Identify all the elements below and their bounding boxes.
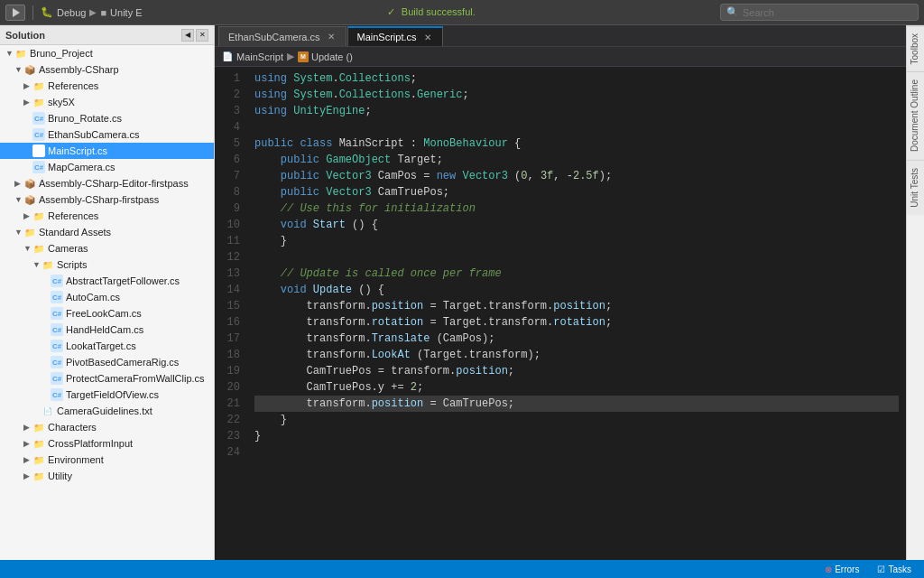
- line-numbers: 123456789101112131415161718192021222324: [215, 67, 247, 560]
- tab-close-button[interactable]: ✕: [422, 32, 433, 42]
- tree-item-utility[interactable]: 📁Utility: [0, 468, 214, 484]
- debug-label: Debug: [57, 7, 86, 18]
- tree-item-standard_assets[interactable]: 📁Standard Assets: [0, 224, 214, 240]
- breadcrumb-arrow: ▶: [89, 7, 97, 17]
- tree-expand-icon: [23, 423, 32, 432]
- errors-button[interactable]: ⊗ Errors: [819, 560, 864, 578]
- tab-close-button[interactable]: ✕: [326, 32, 337, 42]
- tab-bar: EthanSubCamera.cs✕MainScript.cs✕: [215, 25, 906, 47]
- cs-icon: C#: [51, 388, 63, 401]
- build-status: ✓ Build successful.: [148, 6, 715, 18]
- folder-icon: 📁: [32, 421, 45, 434]
- cs-icon: C#: [51, 340, 63, 352]
- assembly-icon: 📦: [23, 63, 36, 76]
- item-label: MapCamera.cs: [48, 162, 116, 172]
- item-label: Characters: [48, 422, 97, 433]
- tree-item-sky5x[interactable]: 📁sky5X: [0, 94, 214, 110]
- tree-item-scripts[interactable]: 📁Scripts: [0, 256, 214, 273]
- code-line-22: }: [254, 412, 899, 428]
- tree-item-map_camera[interactable]: C#MapCamera.cs: [0, 159, 214, 175]
- collapse-button[interactable]: ◀: [181, 29, 194, 42]
- tree-item-protect[interactable]: C#ProtectCameraFromWallClip.cs: [0, 370, 214, 387]
- item-label: AutoCam.cs: [66, 292, 120, 303]
- item-label: FreeLookCam.cs: [66, 308, 142, 319]
- right-tab-unit-tests[interactable]: Unit Tests: [907, 160, 924, 215]
- tree-item-ethan_sub[interactable]: C#EthanSubCamera.cs: [0, 126, 214, 143]
- item-label: CrossPlatformInput: [48, 438, 133, 449]
- tree-item-references2[interactable]: 📁References: [0, 208, 214, 224]
- line-number-13: 13: [215, 266, 240, 282]
- tab-main[interactable]: MainScript.cs✕: [347, 26, 443, 46]
- tree-expand-icon: [23, 439, 32, 448]
- code-line-2: using System.Collections.Generic;: [254, 87, 899, 103]
- code-line-12: [254, 249, 899, 266]
- code-line-4: [254, 119, 899, 135]
- tab-ethan[interactable]: EthanSubCamera.cs✕: [218, 26, 346, 46]
- tree-item-pivot[interactable]: C#PivotBasedCameraRig.cs: [0, 354, 214, 370]
- tree-item-bruno_project[interactable]: 📁Bruno_Project: [0, 45, 214, 61]
- errors-label: Errors: [835, 564, 859, 574]
- tree-expand-icon: [23, 211, 32, 220]
- tree-item-cameras[interactable]: 📁Cameras: [0, 240, 214, 256]
- search-bar[interactable]: 🔍: [720, 4, 919, 21]
- right-tab-document-outline[interactable]: Document Outline: [907, 71, 924, 159]
- code-line-13: // Update is called once per frame: [254, 266, 899, 282]
- item-label: AbstractTargetFollower.cs: [66, 275, 180, 286]
- tree-item-references1[interactable]: 📁References: [0, 78, 214, 94]
- tree-item-abstract[interactable]: C#AbstractTargetFollower.cs: [0, 273, 214, 289]
- tree-item-bruno_rotate[interactable]: C#Bruno_Rotate.cs: [0, 110, 214, 126]
- line-number-15: 15: [215, 298, 240, 314]
- debug-icon: 🐛: [41, 6, 53, 18]
- code-line-3: using UnityEngine;: [254, 103, 899, 119]
- tasks-button[interactable]: ☑ Tasks: [872, 560, 917, 578]
- tree-expand-icon: [23, 471, 32, 480]
- tree-item-freelook[interactable]: C#FreeLookCam.cs: [0, 305, 214, 322]
- item-label: CameraGuidelines.txt: [57, 406, 152, 416]
- tree-item-lookat[interactable]: C#LookatTarget.cs: [0, 338, 214, 354]
- play-icon: [13, 8, 20, 17]
- code-line-5: public class MainScript : MonoBehaviour …: [254, 135, 899, 152]
- expand-button[interactable]: ✕: [196, 29, 208, 42]
- code-line-21: transform.position = CamTruePos;: [254, 396, 899, 412]
- item-label: Assembly-CSharp-firstpass: [39, 194, 159, 205]
- search-input[interactable]: [743, 7, 896, 18]
- divider: [32, 5, 33, 20]
- code-line-14: void Update () {: [254, 282, 899, 298]
- tree-item-assembly_editor[interactable]: 📦Assembly-CSharp-Editor-firstpass: [0, 175, 214, 191]
- item-label: Standard Assets: [39, 227, 111, 238]
- tree-item-guidelines[interactable]: 📄CameraGuidelines.txt: [0, 403, 214, 419]
- tree-item-assembly_firstpass[interactable]: 📦Assembly-CSharp-firstpass: [0, 191, 214, 208]
- code-content[interactable]: using System.Collections;using System.Co…: [247, 67, 906, 560]
- tree-item-target[interactable]: C#TargetFieldOfView.cs: [0, 387, 214, 403]
- item-label: sky5X: [48, 97, 75, 107]
- tree-item-main_script[interactable]: C#MainScript.cs: [0, 143, 214, 159]
- tree-item-handheld[interactable]: C#HandHeldCam.cs: [0, 322, 214, 338]
- right-tab-toolbox[interactable]: Toolbox: [907, 25, 924, 71]
- code-line-23: }: [254, 428, 899, 444]
- code-line-7: public Vector3 CamPos = new Vector3 (0, …: [254, 168, 899, 184]
- tree-item-assembly_csharp[interactable]: 📦Assembly-CSharp: [0, 61, 214, 78]
- tree-item-autocam[interactable]: C#AutoCam.cs: [0, 289, 214, 305]
- cs-icon: C#: [51, 372, 63, 385]
- errors-icon: ⊗: [825, 564, 832, 574]
- item-label: Bruno_Rotate.cs: [48, 113, 122, 124]
- code-line-15: transform.position = Target.transform.po…: [254, 298, 899, 314]
- item-label: PivotBasedCameraRig.cs: [66, 357, 179, 368]
- tree-item-environment[interactable]: 📁Environment: [0, 452, 214, 468]
- tree-item-crossplatform[interactable]: 📁CrossPlatformInput: [0, 435, 214, 452]
- sidebar-controls: ◀ ✕: [181, 29, 208, 42]
- item-label: HandHeldCam.cs: [66, 324, 143, 335]
- play-button[interactable]: [5, 5, 25, 21]
- tree-expand-icon: [14, 179, 23, 188]
- cs-icon: C#: [32, 144, 45, 157]
- cs-icon: C#: [51, 323, 63, 336]
- tab-label: EthanSubCamera.cs: [228, 32, 320, 42]
- tree-item-characters[interactable]: 📁Characters: [0, 419, 214, 435]
- item-label: LookatTarget.cs: [66, 340, 136, 351]
- assembly-icon: 📦: [23, 177, 36, 190]
- cs-icon: C#: [32, 128, 45, 141]
- line-number-8: 8: [215, 184, 240, 200]
- cs-icon: C#: [51, 275, 63, 287]
- line-number-7: 7: [215, 168, 240, 184]
- code-editor[interactable]: 123456789101112131415161718192021222324 …: [215, 67, 906, 560]
